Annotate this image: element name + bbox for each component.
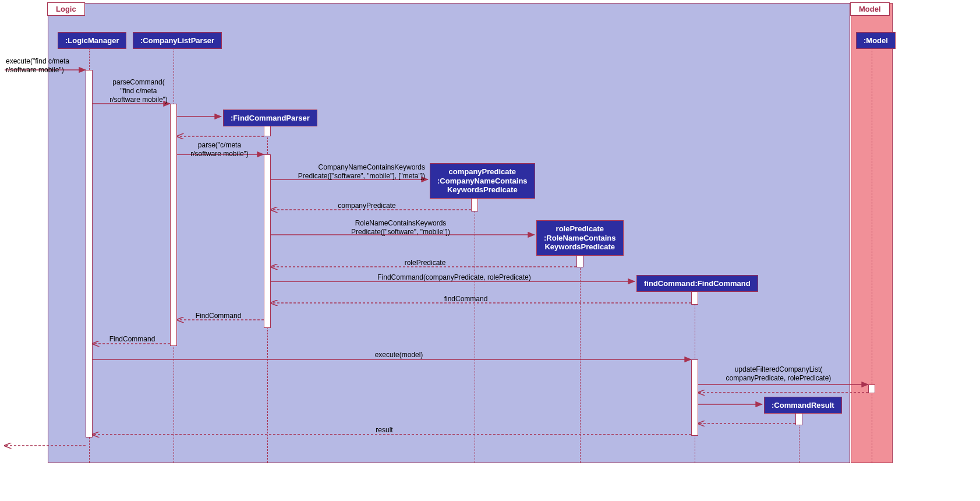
find-command-parser-activation-2 [264,154,271,328]
msg-execute-model: execute(model) [326,351,472,359]
model-participant: :Model [856,32,896,49]
msg-find-command-create: FindCommand(companyPredicate, rolePredic… [326,273,582,282]
msg-execute: execute("find c/meta r/software mobile") [6,57,93,75]
msg-update-filtered: updateFilteredCompanyList( companyPredic… [712,365,845,383]
msg-parse-command: parseCommand( "find c/meta r/software mo… [95,78,182,104]
find-command-parser-activation-1 [264,126,271,136]
msg-parse: parse("c/meta r/software mobile") [182,141,257,158]
msg-company-name-contains: CompanyNameContainsKeywords Predicate(["… [274,163,425,181]
logic-manager-activation [86,70,93,438]
find-command-activation-1 [691,290,698,305]
role-predicate-participant: rolePredicate :RoleNameContains Keywords… [536,220,624,256]
msg-company-predicate-return: companyPredicate [309,202,425,210]
find-command-activation-2 [691,359,698,436]
msg-role-predicate-return: rolePredicate [367,259,483,267]
msg-role-name-contains: RoleNameContainsKeywords Predicate(["sof… [319,219,482,237]
model-activation [868,384,875,393]
company-predicate-participant: companyPredicate :CompanyNameContains Ke… [430,163,535,199]
msg-find-command-return3: FindCommand [97,335,167,344]
role-predicate-lifeline [580,250,581,463]
command-result-participant: :CommandResult [764,397,842,414]
msg-result: result [326,426,443,435]
find-command-parser-participant: :FindCommandParser [223,110,317,126]
model-lifeline [872,48,872,463]
find-command-participant: findCommand:FindCommand [636,275,758,292]
logic-frame-label: Logic [47,2,85,16]
model-frame-label: Model [850,2,890,16]
company-list-parser-participant: :CompanyListParser [133,32,222,49]
company-list-parser-activation [170,104,177,346]
msg-find-command-return2: FindCommand [181,312,256,320]
logic-manager-participant: :LogicManager [58,32,126,49]
msg-find-command-return: findCommand [408,295,524,304]
command-result-activation [795,412,802,425]
